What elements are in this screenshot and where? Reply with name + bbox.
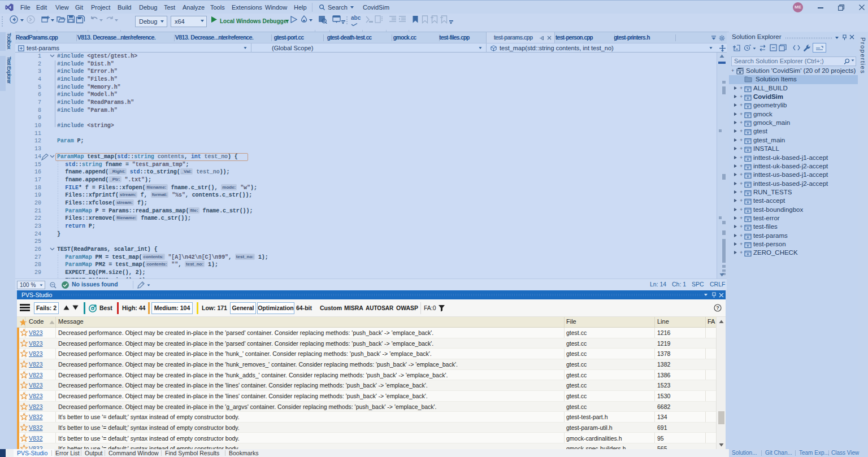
svg-text:?: ?	[716, 305, 719, 311]
